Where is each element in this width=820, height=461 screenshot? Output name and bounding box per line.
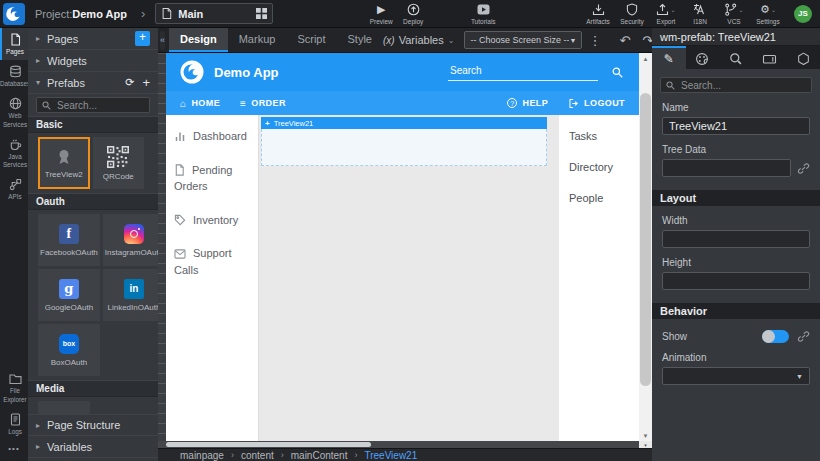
activity-item-apis[interactable]: APIs <box>0 173 28 205</box>
export-button[interactable]: ⌄ Export <box>650 3 682 25</box>
prefab-card-instagramoauth[interactable]: InstagramOAuth <box>103 214 158 266</box>
section-page-structure[interactable]: ▸ Page Structure <box>28 414 158 436</box>
nav-home[interactable]: ⌂HOME <box>180 98 220 109</box>
wavemaker-logo-icon[interactable] <box>3 3 25 25</box>
scroll-down-icon[interactable]: ▼ <box>639 430 652 441</box>
prefab-card-linkedinoauth[interactable]: in LinkedInOAuth <box>103 269 158 321</box>
refresh-icon[interactable]: ⟳ <box>125 76 134 89</box>
tab-device[interactable] <box>753 46 787 69</box>
widget-body[interactable] <box>261 129 547 166</box>
design-canvas[interactable]: Demo App Search ⌂HOME ≡ORDER ?HELP LOGOU… <box>166 53 639 441</box>
section-widgets[interactable]: ▸ Widgets <box>28 50 158 72</box>
add-prefab-button[interactable]: + <box>142 75 150 90</box>
width-input[interactable] <box>662 230 810 248</box>
settings-button[interactable]: ⚙⌄ Settings <box>752 3 784 25</box>
grid-icon[interactable] <box>256 8 267 19</box>
tab-style[interactable]: Style <box>337 28 383 52</box>
tab-design[interactable]: Design <box>169 28 228 52</box>
caret-right-icon: ▸ <box>36 421 47 430</box>
activity-item-logs[interactable]: Logs <box>0 408 28 440</box>
breadcrumb-treeview21[interactable]: TreeView21 <box>364 450 417 461</box>
prefab-card-qrcode[interactable]: QRCode <box>93 137 145 189</box>
breadcrumb-content[interactable]: content <box>241 450 274 461</box>
tab-inspect[interactable] <box>719 46 753 69</box>
tab-properties[interactable]: ✎ <box>652 46 686 69</box>
kebab-menu-icon[interactable]: ⋮ <box>588 34 601 47</box>
variables-button[interactable]: (x) Variables ⌄ <box>383 34 454 46</box>
canvas-content-area[interactable]: + TreeView21 <box>259 115 559 441</box>
group-header-oauth: Oauth <box>28 193 158 210</box>
scroll-corner: ▾ <box>639 441 652 448</box>
bind-link-icon[interactable] <box>797 330 810 343</box>
screen-size-select[interactable]: -- Choose Screen Size -- ▼ <box>464 31 582 49</box>
height-input[interactable] <box>662 272 810 290</box>
sidenav-pending-orders[interactable]: Pending Orders <box>174 162 250 195</box>
activity-item-file-explorer[interactable]: File Explorer <box>0 367 28 407</box>
section-variables[interactable]: ▸ Variables <box>28 436 158 458</box>
section-prefabs[interactable]: ▾ Prefabs ⟳+ <box>28 72 158 94</box>
bind-link-icon[interactable] <box>797 162 810 175</box>
tutorials-button[interactable]: Tutorials <box>467 3 499 25</box>
tab-styles[interactable] <box>686 46 720 69</box>
collapse-left-icon[interactable]: « <box>160 31 165 50</box>
prefab-search-input[interactable] <box>55 99 144 112</box>
prefab-card-treeview2[interactable]: TreeView2 <box>38 137 90 189</box>
tab-markup[interactable]: Markup <box>228 28 287 52</box>
animation-select[interactable]: ▼ <box>662 367 810 385</box>
horizontal-scrollbar[interactable]: ▾ <box>158 441 652 448</box>
sidenav-dashboard[interactable]: Dashboard <box>174 128 250 145</box>
scrollbar-thumb[interactable] <box>166 442 371 447</box>
google-icon: g <box>59 279 79 299</box>
canvas-app-header[interactable]: Demo App Search <box>166 53 639 91</box>
deploy-button[interactable]: Deploy <box>397 3 429 25</box>
prefab-card-boxoauth[interactable]: box BoxOAuth <box>38 324 100 376</box>
prefab-card-media[interactable]: ▶ <box>38 401 90 414</box>
treeview-widget[interactable]: + TreeView21 <box>261 117 547 166</box>
vcs-button[interactable]: ⌄ VCS <box>718 3 750 25</box>
behavior-section-header[interactable]: Behavior <box>652 303 820 319</box>
add-page-button[interactable]: + <box>135 31 150 46</box>
prefab-card-googleoauth[interactable]: g GoogleOAuth <box>38 269 100 321</box>
tab-script[interactable]: Script <box>286 28 336 52</box>
tree-data-input[interactable] <box>662 159 791 177</box>
search-icon[interactable] <box>612 67 623 78</box>
play-icon: ▶ <box>377 3 385 16</box>
artifacts-button[interactable]: Artifacts <box>582 3 614 25</box>
list-item-tasks[interactable]: Tasks <box>569 130 629 142</box>
scrollbar-thumb[interactable] <box>640 93 651 386</box>
breadcrumb-mainpage[interactable]: mainpage <box>180 450 224 461</box>
canvas-search-input[interactable]: Search <box>448 63 598 81</box>
sidenav-inventory[interactable]: Inventory <box>174 212 250 229</box>
nav-order[interactable]: ≡ORDER <box>240 98 286 109</box>
name-input[interactable] <box>662 117 810 135</box>
nav-help[interactable]: ?HELP <box>507 98 548 108</box>
activity-item-java-services[interactable]: Java Services <box>0 133 28 173</box>
user-avatar[interactable]: JS <box>794 5 812 23</box>
security-button[interactable]: Security <box>616 3 648 25</box>
prefab-card-facebookoauth[interactable]: f FacebookOAuth <box>38 214 100 266</box>
activity-item-databases[interactable]: Databases <box>0 60 28 92</box>
undo-icon[interactable]: ↶ <box>619 34 630 47</box>
widget-selection-label[interactable]: + TreeView21 <box>261 117 547 129</box>
properties-search-input[interactable] <box>679 79 806 92</box>
export-icon <box>656 3 669 16</box>
list-item-people[interactable]: People <box>569 192 629 204</box>
layout-section-header[interactable]: Layout <box>652 190 820 206</box>
sidenav-support-calls[interactable]: Support Calls <box>174 245 250 278</box>
preview-button[interactable]: ▶ Preview <box>365 3 397 25</box>
i18n-button[interactable]: I18N <box>684 3 716 25</box>
scroll-up-icon[interactable]: ▲ <box>639 53 652 64</box>
list-item-directory[interactable]: Directory <box>569 161 629 173</box>
tab-security[interactable] <box>786 46 820 69</box>
page-selector[interactable]: Main <box>155 3 273 24</box>
show-toggle[interactable] <box>762 330 789 343</box>
breadcrumb-maincontent[interactable]: mainContent <box>291 450 348 461</box>
activity-item-pages[interactable]: Pages <box>0 28 28 60</box>
more-options-icon[interactable]: ••• <box>0 444 28 453</box>
vertical-scrollbar[interactable]: ▲ ▼ <box>639 53 652 441</box>
activity-item-web-services[interactable]: Web Services <box>0 92 28 132</box>
preview-label: Preview <box>370 18 393 25</box>
section-pages[interactable]: ▸ Pages + <box>28 28 158 50</box>
log-file-icon <box>9 413 22 426</box>
nav-logout[interactable]: LOGOUT <box>568 98 625 109</box>
